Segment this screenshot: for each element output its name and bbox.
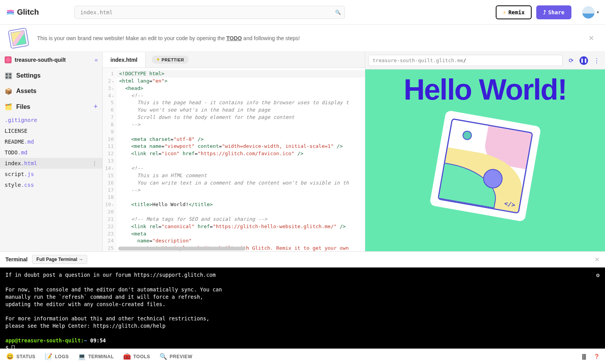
- file-item[interactable]: LICENSE: [0, 125, 102, 136]
- pause-button[interactable]: ❚❚: [580, 56, 588, 65]
- preview-menu-button[interactable]: ⋮: [591, 55, 602, 66]
- preview-panel: treasure-south-quilt.glitch.me/ ⟳ ❚❚ ⋮ H…: [365, 52, 605, 251]
- fullpage-terminal-button[interactable]: Full Page Terminal →: [32, 255, 87, 264]
- terminal-header: Terminal Full Page Terminal → ✕: [0, 252, 605, 267]
- file-item[interactable]: .gitignore: [0, 115, 102, 125]
- project-name: treasure-south-quilt: [15, 57, 92, 63]
- footer-help[interactable]: ?: [595, 353, 599, 360]
- editor-area: index.html ✦ PRETTIER 123456789101112131…: [103, 52, 365, 251]
- add-file-button[interactable]: +: [93, 103, 98, 111]
- horizontal-scrollbar[interactable]: [118, 247, 246, 251]
- sidebar-assets[interactable]: 📦 Assets: [0, 83, 102, 99]
- sidebar: treasure-south-quilt « 🎛️ Settings 📦 Ass…: [0, 52, 103, 251]
- terminal-close-button[interactable]: ✕: [595, 256, 600, 263]
- file-item[interactable]: style.css: [0, 179, 102, 190]
- file-item[interactable]: script.js: [0, 169, 102, 179]
- terminal-prompt: app@treasure-south-quilt:~ 09:54: [5, 337, 600, 344]
- share-label: Share: [548, 9, 564, 15]
- sidebar-files[interactable]: 🗂️ Files +: [0, 99, 102, 115]
- project-header[interactable]: treasure-south-quilt «: [0, 52, 102, 68]
- files-icon: 🗂️: [5, 103, 12, 111]
- glitch-logo[interactable]: Glitch: [6, 8, 39, 17]
- project-icon: [5, 56, 12, 63]
- code-editor[interactable]: 1234567891011121314151617181920212223242…: [103, 68, 365, 251]
- welcome-banner: This is your own brand new website! Make…: [0, 25, 605, 52]
- preview-icon: 🔍: [159, 353, 168, 360]
- glitch-logo-text: Glitch: [17, 8, 39, 17]
- sidebar-settings[interactable]: 🎛️ Settings: [0, 68, 102, 83]
- footer-status[interactable]: 😀STATUS: [6, 353, 36, 360]
- terminal-icon: 💻: [78, 353, 86, 360]
- terminal-title: Terminal: [5, 256, 27, 262]
- remix-button[interactable]: ⚡ Remix: [496, 5, 532, 19]
- footer-tools[interactable]: 🧰TOOLS: [123, 353, 150, 360]
- preview-url-bar[interactable]: treasure-south-quilt.glitch.me/: [368, 55, 563, 66]
- preview-illustration: </>: [429, 110, 541, 222]
- preview-toolbar: treasure-south-quilt.glitch.me/ ⟳ ❚❚ ⋮: [365, 52, 605, 69]
- sparkle-icon: ✦: [156, 57, 160, 62]
- terminal-input-line[interactable]: $: [5, 344, 600, 352]
- search-box: 🔍: [75, 6, 345, 19]
- app-header: Glitch 🔍 ⚡ Remix ⤴ Share ▾: [0, 0, 605, 25]
- editor-tabs: index.html ✦ PRETTIER: [103, 52, 365, 68]
- refresh-button[interactable]: ⟳: [566, 55, 576, 66]
- terminal-body[interactable]: ⚙ If in doubt post a question in our for…: [0, 267, 605, 349]
- banner-text: This is your own brand new website! Make…: [37, 35, 578, 41]
- chevron-down-icon: ▾: [597, 10, 599, 14]
- main-area: treasure-south-quilt « 🎛️ Settings 📦 Ass…: [0, 52, 605, 251]
- help-icon: ?: [595, 353, 599, 360]
- banner-close-button[interactable]: ✕: [587, 32, 596, 44]
- footer-preview[interactable]: 🔍PREVIEW: [159, 353, 192, 360]
- footer-keyboard[interactable]: ||||: [582, 353, 586, 360]
- file-item[interactable]: TODO.md: [0, 147, 102, 158]
- file-item[interactable]: index.html⋮: [0, 158, 102, 169]
- user-menu[interactable]: ▾: [576, 6, 599, 19]
- line-gutter: 1234567891011121314151617181920212223242…: [103, 68, 117, 251]
- editor-tab-active[interactable]: index.html: [103, 52, 146, 68]
- file-item[interactable]: README.md: [0, 136, 102, 147]
- assets-icon: 📦: [5, 87, 12, 95]
- terminal-cursor: [12, 345, 15, 351]
- code-content[interactable]: <!DOCTYPE html><html lang="en"> <head> <…: [117, 68, 365, 251]
- logs-icon: 📝: [45, 353, 53, 360]
- terminal-settings-icon[interactable]: ⚙: [596, 271, 600, 279]
- banner-illustration: [8, 27, 29, 49]
- keyboard-icon: ||||: [582, 353, 586, 360]
- glitch-logo-icon: [6, 9, 15, 15]
- search-input[interactable]: [75, 6, 345, 19]
- tools-icon: 🧰: [123, 353, 131, 360]
- share-button[interactable]: ⤴ Share: [536, 5, 571, 19]
- file-options-button[interactable]: ⋮: [92, 160, 98, 166]
- footer-logs[interactable]: 📝LOGS: [45, 353, 69, 360]
- search-icon[interactable]: 🔍: [335, 10, 341, 15]
- preview-hello-title: Hello World!: [403, 73, 566, 106]
- file-list: .gitignoreLICENSEREADME.mdTODO.mdindex.h…: [0, 115, 102, 190]
- status-icon: 😀: [6, 353, 14, 360]
- preview-content: Hello World! </>: [365, 69, 605, 251]
- terminal-panel: Terminal Full Page Terminal → ✕ ⚙ If in …: [0, 251, 605, 349]
- share-icon: ⤴: [543, 9, 546, 15]
- avatar: [582, 6, 595, 19]
- collapse-sidebar-icon[interactable]: «: [95, 57, 98, 63]
- footer-terminal[interactable]: 💻TERMINAL: [78, 353, 114, 360]
- banner-todo-link[interactable]: TODO: [226, 35, 242, 41]
- remix-label: Remix: [508, 9, 525, 15]
- lightning-icon: ⚡: [503, 9, 506, 15]
- settings-icon: 🎛️: [5, 72, 12, 80]
- prettier-button[interactable]: ✦ PRETTIER: [152, 56, 189, 64]
